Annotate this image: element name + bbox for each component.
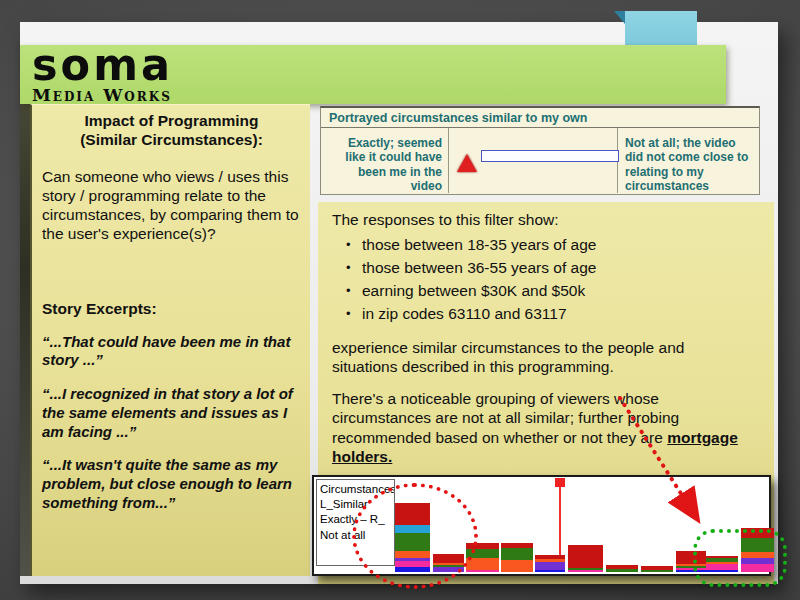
bullet-text: those between 18-35 years of age xyxy=(362,234,596,257)
excerpt-quote: “...It wasn't quite the same as my probl… xyxy=(42,456,301,512)
list-item: •those between 18-35 years of age xyxy=(346,234,748,257)
survey-widget: Portrayed circumstances similar to my ow… xyxy=(320,106,760,195)
bullet-icon: • xyxy=(346,303,362,326)
tab-fold-icon xyxy=(614,11,625,24)
survey-body: Exactly; seemed like it could have been … xyxy=(321,128,759,193)
bar-segment-green xyxy=(606,569,638,572)
excerpt-quote: “...I recognized in that story a lot of … xyxy=(42,385,301,441)
survey-slider-area xyxy=(449,128,617,193)
page-corner-tab xyxy=(625,11,697,47)
analysis-paragraph: experience similar circumstances to the … xyxy=(332,338,748,377)
bullet-icon: • xyxy=(346,280,362,303)
stacked-bar xyxy=(535,555,565,572)
red-dashed-ellipse-annotation xyxy=(352,483,478,589)
bar-segment-purple xyxy=(535,562,565,570)
conclusion-paragraph: There's a noticeable grouping of viewers… xyxy=(332,389,748,467)
list-item: •in zip codes 63110 and 63117 xyxy=(346,303,748,326)
stacked-bar xyxy=(641,566,673,572)
list-item: •earning between $30K and $50k xyxy=(346,280,748,303)
green-dotted-box-annotation xyxy=(693,529,787,587)
bullet-list: •those between 18-35 years of age •those… xyxy=(346,234,748,326)
stacked-bar xyxy=(606,565,638,572)
slider-track[interactable] xyxy=(481,150,619,162)
stacked-bar xyxy=(501,543,533,572)
logo-strip: soma Media Works xyxy=(20,45,726,104)
stacked-bar xyxy=(568,545,603,572)
bullet-icon: • xyxy=(346,234,362,257)
left-edge-decoration xyxy=(20,104,30,576)
list-item: •those between 36-55 years of age xyxy=(346,257,748,280)
bar-segment-blue xyxy=(535,570,565,572)
panel-heading: Impact of Programming (Similar Circumsta… xyxy=(42,111,301,150)
bar-segment-red xyxy=(568,545,603,568)
survey-title: Portrayed circumstances similar to my ow… xyxy=(321,108,759,128)
analysis-intro: The responses to this filter show: xyxy=(332,210,748,230)
slider-triangle-icon[interactable] xyxy=(457,154,477,172)
bar-segment-magenta xyxy=(568,570,603,572)
bullet-text: those between 36-55 years of age xyxy=(362,257,596,280)
bar-segment-orange xyxy=(501,560,533,572)
bar-segment-green xyxy=(501,548,533,560)
excerpts-heading: Story Excerpts: xyxy=(42,300,301,318)
survey-right-label: Not at all; the video did not come close… xyxy=(617,128,759,193)
question-text: Can someone who views / uses this story … xyxy=(42,167,301,244)
excerpt-quote: “...That could have been me in that stor… xyxy=(42,333,301,371)
bullet-text: in zip codes 63110 and 63117 xyxy=(362,303,567,326)
panel-heading-line1: Impact of Programming xyxy=(42,111,301,130)
left-panel: Impact of Programming (Similar Circumsta… xyxy=(30,104,310,576)
slide-background: { "logo": { "title": "soma", "subtitle":… xyxy=(0,0,800,600)
bullet-icon: • xyxy=(346,257,362,280)
panel-heading-line2: (Similar Circumstances): xyxy=(42,130,301,149)
logo-soma: soma xyxy=(32,47,726,86)
red-marker-square-icon xyxy=(555,478,565,487)
survey-left-label: Exactly; seemed like it could have been … xyxy=(321,128,449,193)
conclusion-text: There's a noticeable grouping of viewers… xyxy=(332,390,679,446)
bar-segment-magenta xyxy=(466,570,499,572)
bar-segment-green xyxy=(641,570,673,572)
bullet-text: earning between $30K and $50k xyxy=(362,280,585,303)
